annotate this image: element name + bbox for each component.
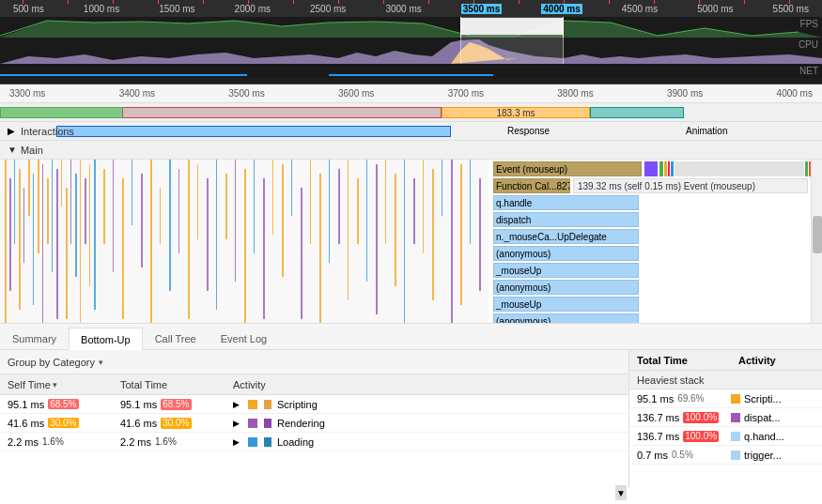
right-activity-3: trigger...: [723, 450, 822, 461]
fps-row: FPS: [0, 17, 822, 38]
filter-dropdown[interactable]: ▾: [99, 358, 103, 367]
tab-call-tree[interactable]: Call Tree: [143, 327, 209, 349]
tab-event-log[interactable]: Event Log: [209, 327, 280, 349]
svg-rect-58: [423, 160, 424, 253]
svg-rect-62: [460, 164, 462, 305]
svg-rect-21: [85, 178, 86, 244]
svg-rect-11: [38, 160, 39, 253]
svg-rect-38: [235, 160, 236, 282]
expand-icon-1[interactable]: ▶: [233, 419, 240, 428]
col-self-time[interactable]: Self Time ▾: [0, 379, 113, 390]
main-ruler-mark: 3400 ms: [119, 88, 155, 99]
svg-rect-16: [61, 160, 62, 206]
col-total-time[interactable]: Total Time: [113, 379, 225, 390]
selected-timing-bar: 183.3 ms: [442, 107, 590, 118]
main-ruler-mark: 3800 ms: [557, 88, 593, 99]
right-row-2[interactable]: 136.7 ms 100.0% q.hand...: [629, 427, 822, 446]
cpu-chart: [0, 38, 822, 64]
ruler-mark: 3000 ms: [385, 4, 421, 14]
scrollbar-thumb[interactable]: [813, 216, 822, 253]
left-data-panel: Group by Category ▾ Self Time ▾ Total Ti…: [0, 350, 629, 488]
right-activity-color-3: [731, 451, 740, 460]
svg-rect-4: [5, 160, 7, 324]
svg-rect-45: [301, 188, 302, 319]
self-pct-2: 1.6%: [42, 436, 64, 447]
filter-bar: Group by Category ▾: [0, 350, 628, 374]
flame-area[interactable]: Event (mouseup) Function Cal...827 139.3…: [0, 160, 822, 324]
svg-rect-42: [272, 160, 273, 235]
svg-rect-50: [348, 160, 349, 300]
filter-label: Group by Category: [8, 357, 95, 368]
activity-color-icon-alt-1: [264, 419, 271, 428]
cpu-row: CPU: [0, 38, 822, 64]
tab-bottom-up[interactable]: Bottom-Up: [69, 328, 143, 350]
timeline-scrollbar[interactable]: [811, 160, 822, 324]
svg-rect-10: [33, 174, 34, 305]
ruler-mark: 500 ms: [13, 4, 44, 14]
main-ruler: 3300 ms 3400 ms 3500 ms 3600 ms 3700 ms …: [0, 84, 822, 103]
flame-block-mouseup1[interactable]: _mouseUp: [493, 263, 639, 278]
svg-rect-59: [432, 169, 434, 300]
timing-bars-row: 183.3 ms: [0, 103, 822, 122]
right-continuation: [659, 161, 811, 176]
activity-color-icon-alt-0: [264, 400, 271, 409]
svg-rect-63: [470, 160, 471, 244]
svg-rect-24: [103, 169, 105, 244]
ruler-mark: 3500 ms: [461, 4, 502, 14]
flame-block-event-mouseup[interactable]: Event (mouseup): [493, 161, 642, 176]
svg-rect-36: [216, 160, 217, 310]
svg-rect-51: [357, 178, 359, 244]
svg-rect-28: [141, 174, 143, 267]
row-total-time-2: 2.2 ms 1.6%: [113, 436, 225, 448]
right-activity-2: q.hand...: [723, 431, 822, 442]
flame-block-dispatch[interactable]: dispatch: [493, 212, 639, 227]
svg-rect-31: [169, 160, 171, 291]
animation-label: Animation: [686, 126, 727, 136]
right-row-0[interactable]: 95.1 ms 69.6% Scripti...: [629, 389, 822, 408]
self-pct-0: 68.5%: [48, 399, 78, 409]
total-pct-2: 1.6%: [155, 436, 177, 448]
expand-icon-0[interactable]: ▶: [233, 400, 240, 409]
net-row: NET: [0, 64, 822, 78]
svg-rect-20: [80, 160, 81, 324]
ruler-marks: 500 ms 1000 ms 1500 ms 2000 ms 2500 ms 3…: [4, 4, 818, 14]
flame-block-function-call[interactable]: Function Cal...827: [493, 178, 570, 193]
table-scroll-down[interactable]: ▼: [615, 485, 627, 488]
right-row-3[interactable]: 0.7 ms 0.5% trigger...: [629, 446, 822, 465]
flame-block-anon2[interactable]: (anonymous): [493, 280, 639, 295]
ruler-mark: 1500 ms: [159, 4, 194, 14]
flame-block-anon1[interactable]: (anonymous): [493, 246, 639, 261]
svg-rect-37: [225, 174, 227, 239]
right-panel: Total Time Activity Heaviest stack 95.1 …: [629, 350, 822, 488]
right-total-header: Total Time: [637, 355, 731, 366]
svg-rect-54: [385, 160, 386, 244]
main-ruler-mark: 3900 ms: [667, 88, 703, 99]
svg-rect-14: [52, 160, 53, 272]
flame-block-anon3[interactable]: (anonymous): [493, 313, 639, 324]
table-row[interactable]: 95.1 ms 68.5% 95.1 ms 68.5% ▶ Scripting: [0, 395, 628, 414]
flame-tooltip-bar: 139.32 ms (self 0.15 ms) Event (mouseup): [573, 178, 808, 193]
ruler-mark: 4500 ms: [622, 4, 658, 14]
right-activity-color-0: [731, 394, 740, 404]
flame-block-mousecaupdelegate[interactable]: n._mouseCa...UpDelegate: [493, 229, 639, 244]
tabs-bar: Summary Bottom-Up Call Tree Event Log: [0, 324, 822, 350]
svg-rect-25: [113, 160, 114, 272]
svg-rect-7: [19, 169, 21, 310]
svg-rect-22: [89, 164, 90, 286]
tab-summary[interactable]: Summary: [0, 327, 69, 349]
heaviest-stack-title: Heaviest stack: [629, 371, 822, 389]
interaction-bar: [56, 126, 451, 137]
table-row[interactable]: 2.2 ms 1.6% 2.2 ms 1.6% ▶ Loading: [0, 433, 628, 451]
svg-rect-30: [160, 188, 161, 244]
selected-highlight: [460, 18, 564, 35]
right-row-1[interactable]: 136.7 ms 100.0% dispat...: [629, 408, 822, 427]
right-activity-header: Activity: [731, 355, 822, 366]
flame-block-qhandle[interactable]: q.handle: [493, 195, 639, 210]
svg-rect-52: [366, 160, 367, 282]
expand-icon-2[interactable]: ▶: [233, 437, 240, 447]
flame-block-mouseup2[interactable]: _mouseUp: [493, 297, 639, 312]
svg-rect-57: [413, 178, 415, 244]
table-row[interactable]: 41.6 ms 30.0% 41.6 ms 30.0% ▶ Rendering: [0, 414, 628, 433]
svg-rect-29: [150, 160, 152, 324]
col-activity[interactable]: Activity: [225, 379, 628, 390]
